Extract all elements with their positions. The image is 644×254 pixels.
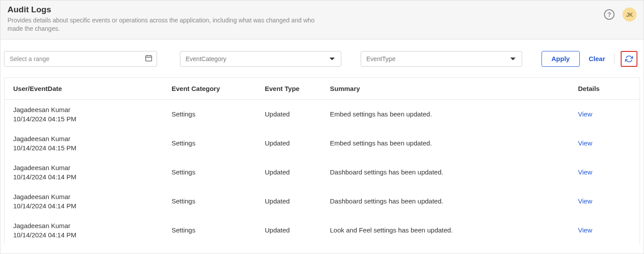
date-range-wrap [4, 51, 157, 67]
view-link[interactable]: View [578, 168, 592, 176]
cell-user: Jagadeesan Kumar10/14/2024 04:15 PM [13, 106, 172, 123]
cell-category: Settings [172, 197, 265, 205]
view-link[interactable]: View [578, 139, 592, 147]
cell-type: Updated [265, 110, 330, 118]
cell-type: Updated [265, 168, 330, 176]
user-name: Jagadeesan Kumar [13, 222, 172, 229]
avatar[interactable]: JK [622, 7, 637, 22]
cell-type: Updated [265, 226, 330, 234]
page-title: Audit Logs [7, 5, 315, 15]
help-icon[interactable]: ? [604, 9, 615, 20]
column-header-category: Event Category [172, 85, 265, 92]
cell-user: Jagadeesan Kumar10/14/2024 04:15 PM [13, 135, 172, 152]
table-header-row: User/EventDate Event Category Event Type… [4, 78, 640, 100]
cell-user: Jagadeesan Kumar10/14/2024 04:14 PM [13, 222, 172, 239]
cell-summary: Dashboard settings has been updated. [330, 197, 578, 205]
event-date: 10/14/2024 04:14 PM [13, 231, 172, 239]
cell-type: Updated [265, 139, 330, 147]
page-subtitle: Provides details about specific events o… [7, 16, 315, 33]
cell-summary: Look and Feel settings has been updated. [330, 226, 578, 234]
user-name: Jagadeesan Kumar [13, 164, 172, 171]
cell-category: Settings [172, 110, 265, 118]
header-text-block: Audit Logs Provides details about specif… [7, 5, 315, 33]
refresh-icon [625, 55, 633, 63]
table-row: Jagadeesan Kumar10/14/2024 04:14 PMSetti… [4, 158, 640, 187]
column-header-summary: Summary [330, 85, 578, 92]
event-type-select[interactable]: EventType [361, 51, 522, 67]
cell-category: Settings [172, 226, 265, 234]
cell-summary: Embed settings has been updated. [330, 139, 578, 147]
view-link[interactable]: View [578, 226, 592, 234]
cell-details: View [578, 168, 631, 176]
cell-category: Settings [172, 139, 265, 147]
table-row: Jagadeesan Kumar10/14/2024 04:14 PMSetti… [4, 216, 640, 245]
chevron-down-icon [329, 58, 335, 60]
user-name: Jagadeesan Kumar [13, 135, 172, 142]
table-row: Jagadeesan Kumar10/14/2024 04:14 PMSetti… [4, 187, 640, 216]
view-link[interactable]: View [578, 110, 592, 118]
cell-user: Jagadeesan Kumar10/14/2024 04:14 PM [13, 164, 172, 181]
event-category-placeholder: EventCategory [186, 55, 227, 62]
vertical-divider [614, 53, 615, 65]
refresh-button[interactable] [621, 51, 637, 67]
cell-user: Jagadeesan Kumar10/14/2024 04:14 PM [13, 193, 172, 210]
date-range-input[interactable] [4, 51, 157, 67]
cell-details: View [578, 110, 631, 118]
table-row: Jagadeesan Kumar10/14/2024 04:15 PMSetti… [4, 129, 640, 158]
event-date: 10/14/2024 04:14 PM [13, 202, 172, 210]
audit-log-table: User/EventDate Event Category Event Type… [4, 77, 640, 245]
page-header: Audit Logs Provides details about specif… [0, 0, 644, 40]
cell-type: Updated [265, 197, 330, 205]
column-header-type: Event Type [265, 85, 330, 92]
event-date: 10/14/2024 04:15 PM [13, 115, 172, 123]
view-link[interactable]: View [578, 197, 592, 205]
cell-category: Settings [172, 168, 265, 176]
cell-details: View [578, 226, 631, 234]
header-actions: ? JK [604, 5, 637, 22]
column-header-details: Details [578, 85, 631, 92]
apply-button[interactable]: Apply [542, 51, 580, 67]
event-date: 10/14/2024 04:14 PM [13, 173, 172, 181]
event-category-select[interactable]: EventCategory [180, 51, 341, 67]
table-body: Jagadeesan Kumar10/14/2024 04:15 PMSetti… [4, 100, 640, 245]
cell-details: View [578, 139, 631, 147]
event-type-placeholder: EventType [366, 55, 395, 62]
event-date: 10/14/2024 04:15 PM [13, 144, 172, 152]
user-name: Jagadeesan Kumar [13, 106, 172, 113]
cell-details: View [578, 197, 631, 205]
user-name: Jagadeesan Kumar [13, 193, 172, 200]
cell-summary: Embed settings has been updated. [330, 110, 578, 118]
clear-button[interactable]: Clear [586, 51, 608, 67]
cell-summary: Dashboard settings has been updated. [330, 168, 578, 176]
filters-bar: EventCategory EventType Apply Clear [0, 40, 644, 77]
column-header-user: User/EventDate [13, 85, 172, 92]
chevron-down-icon [510, 58, 516, 60]
table-row: Jagadeesan Kumar10/14/2024 04:15 PMSetti… [4, 100, 640, 129]
